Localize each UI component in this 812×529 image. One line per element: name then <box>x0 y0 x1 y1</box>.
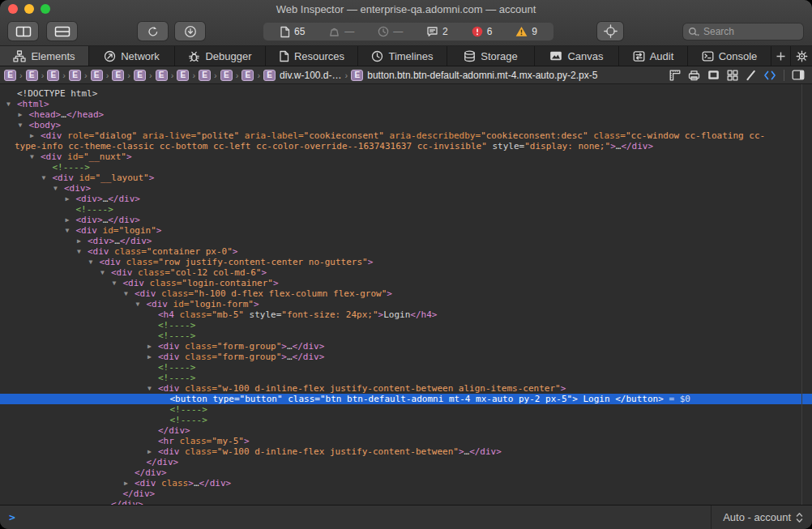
dom-tree-row[interactable]: ▼<div class="login-container"> <box>0 278 812 288</box>
dom-tree-row[interactable]: ▶<div>…</div> <box>0 194 812 204</box>
titlebar[interactable]: Web Inspector — enterprise-qa.adomni.com… <box>0 0 812 18</box>
disclosure-open-icon[interactable]: ▼ <box>124 288 135 299</box>
reload-button[interactable] <box>138 22 168 41</box>
breadcrumb-item[interactable]: E <box>91 70 103 81</box>
disclosure-open-icon[interactable]: ▼ <box>77 246 88 257</box>
disclosure-closed-icon[interactable]: ▶ <box>147 446 158 457</box>
dom-tree-row[interactable]: <!----> <box>0 362 812 373</box>
dom-tree-row[interactable]: ▶<div class="form-group">…</div> <box>0 352 812 362</box>
dom-tree-row[interactable]: ▼<div class="h-100 d-flex flex-column fl… <box>0 288 812 299</box>
dom-tree-row[interactable]: ▼<div id="login-form"> <box>0 299 812 309</box>
dom-tree-row[interactable]: <!----> <box>0 404 812 415</box>
breadcrumb-item[interactable]: Ediv.w-100.d-… <box>263 70 341 81</box>
disclosure-closed-icon[interactable]: ▶ <box>19 109 29 120</box>
disclosure-open-icon[interactable]: ▼ <box>42 173 53 183</box>
dom-tree-row[interactable]: ▼<div class="row justify-content-center … <box>0 257 812 267</box>
settings-button[interactable] <box>791 46 812 66</box>
breadcrumb-item[interactable]: Ebutton.btn.btn-default-adomni.mt-4.mx-a… <box>351 70 597 81</box>
stat-document[interactable]: 65 <box>280 26 305 38</box>
disclosure-closed-icon[interactable]: ▶ <box>147 341 158 352</box>
frame-icon[interactable] <box>707 70 720 80</box>
stat-warning[interactable]: 9 <box>515 26 537 37</box>
dom-tree-row[interactable]: ▼<div id="login"> <box>0 225 812 236</box>
disclosure-open-icon[interactable]: ▼ <box>66 225 76 236</box>
dom-tree-row[interactable]: ▶<div class="w-100 d-inline-flex justify… <box>0 446 812 457</box>
dom-tree-row[interactable]: ▶<div role="dialog" aria-live="polite" a… <box>0 130 812 141</box>
disclosure-closed-icon[interactable]: ▶ <box>30 130 41 141</box>
print-icon[interactable] <box>688 70 700 81</box>
dom-tree-row[interactable]: </div> <box>0 467 812 478</box>
appearance-select[interactable]: Auto - account <box>711 506 812 529</box>
dom-tree-row[interactable]: <!----> <box>0 320 812 331</box>
dom-tree-row[interactable]: ▼<div class="col-12 col-md-6"> <box>0 267 812 278</box>
download-button[interactable] <box>175 22 205 41</box>
disclosure-closed-icon[interactable]: ▶ <box>147 352 158 362</box>
sidebar-right-icon[interactable] <box>792 70 805 80</box>
dom-tree-row[interactable]: <!----> <box>0 415 812 425</box>
search-input[interactable] <box>703 26 798 37</box>
close-button[interactable] <box>8 4 18 14</box>
dock-side-button[interactable] <box>8 22 38 41</box>
tab-network[interactable]: Network <box>89 46 175 66</box>
breadcrumb-item[interactable]: E <box>134 70 146 81</box>
element-picker-button[interactable] <box>597 22 623 41</box>
minimize-button[interactable] <box>24 4 34 14</box>
dom-tree-row[interactable]: ▶<div>…</div> <box>0 236 812 246</box>
breadcrumb-item[interactable]: E <box>26 70 38 81</box>
dom-tree-row[interactable]: type-info cc-theme-classic cc-bottom cc-… <box>0 141 812 151</box>
dom-tree-row-selected[interactable]: <button type="button" class="btn btn-def… <box>0 394 812 404</box>
search-field[interactable] <box>683 23 803 40</box>
dom-tree-row[interactable]: ▼<div class="container px-0"> <box>0 246 812 257</box>
breadcrumb-item[interactable]: E <box>199 70 211 81</box>
breadcrumb-item[interactable]: E <box>220 70 233 81</box>
dock-bottom-button[interactable] <box>47 22 77 41</box>
rulers-icon[interactable] <box>669 70 681 81</box>
breadcrumb-item[interactable]: E <box>177 70 189 81</box>
dom-tree-row[interactable]: ▼<div id="__nuxt"> <box>0 151 812 162</box>
dom-tree-row[interactable]: ▶<div>…</div> <box>0 215 812 225</box>
breadcrumb-item[interactable]: E <box>156 70 168 81</box>
disclosure-open-icon[interactable]: ▼ <box>100 267 111 278</box>
dom-tree-row[interactable]: <!----> <box>0 204 812 215</box>
breadcrumb-item[interactable]: E <box>47 70 59 81</box>
dom-tree-row[interactable]: </div> <box>0 499 812 505</box>
disclosure-closed-icon[interactable]: ▶ <box>124 478 135 488</box>
disclosure-closed-icon[interactable]: ▶ <box>77 236 88 246</box>
dom-tree-row[interactable]: ▶<div class>…</div> <box>0 478 812 488</box>
disclosure-open-icon[interactable]: ▼ <box>113 278 123 288</box>
console-prompt-icon[interactable]: > <box>9 511 15 523</box>
tab-canvas[interactable]: Canvas <box>535 46 619 66</box>
dom-tree-row[interactable]: <!----> <box>0 373 812 383</box>
breadcrumb-item[interactable]: E <box>69 70 81 81</box>
disclosure-open-icon[interactable]: ▼ <box>147 383 158 394</box>
tab-elements[interactable]: Elements <box>0 46 89 66</box>
new-tab-button[interactable] <box>771 46 791 66</box>
breadcrumb-item[interactable]: E <box>4 70 16 81</box>
dom-tree-row[interactable]: ▼<html> <box>0 99 812 109</box>
dom-tree-row[interactable]: <!DOCTYPE html> <box>0 88 812 99</box>
disclosure-open-icon[interactable]: ▼ <box>19 120 29 130</box>
tab-debugger[interactable]: Debugger <box>175 46 266 66</box>
dom-tree-row[interactable]: ▼<div class="w-100 d-inline-flex justify… <box>0 383 812 394</box>
disclosure-open-icon[interactable]: ▼ <box>6 99 17 109</box>
disclosure-closed-icon[interactable]: ▶ <box>66 215 76 225</box>
stat-bubble[interactable]: 2 <box>426 26 448 37</box>
dom-tree-row[interactable]: <h4 class="mb-5" style="font-size: 24px;… <box>0 309 812 320</box>
dom-tree-row[interactable]: ▶<head>…</head> <box>0 109 812 120</box>
dom-tree-row[interactable]: </div> <box>0 425 812 436</box>
stat-clock[interactable]: — <box>378 26 403 37</box>
dom-tree-row[interactable]: ▼<div id="__layout"> <box>0 173 812 183</box>
brush-icon[interactable] <box>746 70 756 81</box>
disclosure-open-icon[interactable]: ▼ <box>53 183 64 194</box>
dom-tree-row[interactable]: </div> <box>0 488 812 499</box>
stat-weight[interactable]: — <box>328 26 354 37</box>
dom-tree-row[interactable]: <!----> <box>0 162 812 173</box>
dom-tree[interactable]: <!DOCTYPE html>▼<html>▶<head>…</head>▼<b… <box>0 84 812 505</box>
disclosure-open-icon[interactable]: ▼ <box>30 151 41 162</box>
dom-tree-row[interactable]: </div> <box>0 457 812 467</box>
tab-console[interactable]: Console <box>688 46 771 66</box>
tab-resources[interactable]: Resources <box>266 46 358 66</box>
tab-storage[interactable]: Storage <box>447 46 535 66</box>
tab-audit[interactable]: Audit <box>619 46 688 66</box>
disclosure-closed-icon[interactable]: ▶ <box>66 194 76 204</box>
